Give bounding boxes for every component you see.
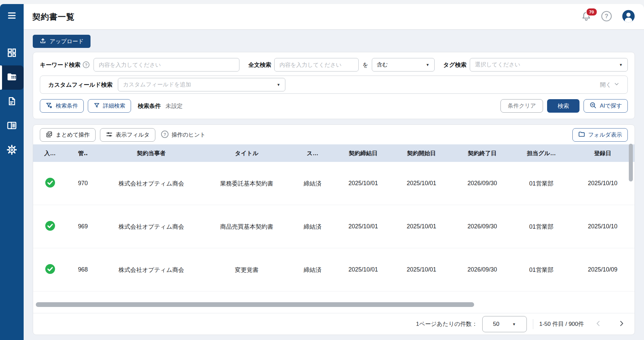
particle-label: を [362,61,368,69]
svg-text:?: ? [163,132,166,137]
keyword-search-input[interactable] [94,58,239,72]
notifications-button[interactable]: 70 [581,11,591,23]
bell-icon [581,17,591,23]
notification-count-badge: 70 [586,8,597,16]
next-page-button[interactable] [618,320,625,329]
funnel-gear-icon [46,102,53,110]
vertical-scrollbar-thumb[interactable] [629,144,633,181]
upload-icon [40,37,46,46]
operation-hint-link[interactable]: ? 操作のヒント [161,130,206,140]
per-page-select[interactable]: 50 ▼ [482,316,527,332]
table-header: 入… 管‥ 契約当事者 タイトル ス… 契約締結日 契約開始日 契約終了日 担当… [33,144,635,162]
divider [533,319,533,329]
column-header: 契約開始日 [391,149,452,157]
status-cell [33,177,67,190]
keyword-help-icon[interactable]: ? [83,61,89,68]
top-bar: 契約書一覧 70 ? [24,4,644,30]
previous-page-button[interactable] [595,320,602,329]
caret-down-icon: ▼ [277,83,280,87]
sidebar-item-menu[interactable] [0,10,24,22]
table-row[interactable]: 968 株式会社オプティム商会 変更覚書 締結済 2025/10/01 2025… [33,248,635,291]
dashboard-icon [7,48,17,59]
clear-conditions-button[interactable]: 条件クリア [500,99,543,113]
upload-button[interactable]: アップロード [33,35,91,48]
avatar [622,9,635,24]
table-row[interactable]: 970 株式会社オプティム商会 業務委託基本契約書 締結済 2025/10/01… [33,162,635,205]
sidebar-item-library[interactable] [0,114,24,138]
column-header: 登録日 [570,149,635,157]
conditions-value: 未設定 [165,102,183,110]
caret-down-icon: ▼ [619,63,623,67]
pagination-bar: 1ページあたりの件数： 50 ▼ 1-50 件目 / 900件 [33,313,635,335]
help-button[interactable]: ? [601,10,612,23]
expand-toggle[interactable]: 開く [600,81,619,89]
match-type-select[interactable]: 含む ▼ [372,58,435,72]
question-circle-icon: ? [601,10,612,23]
bulk-actions-button[interactable]: まとめて操作 [40,128,96,142]
checkbox-stack-icon [46,131,53,139]
sidebar-item-documents[interactable] [0,90,24,114]
tag-search-label: タグ検索 [443,61,467,69]
svg-text:AI: AI [591,104,594,106]
custom-field-label: カスタムフィールド検索 [48,81,112,89]
check-circle-icon [45,221,55,233]
page-title: 契約書一覧 [32,11,75,22]
sidebar-item-contracts[interactable] [0,65,24,90]
status-cell [33,221,67,233]
chevron-right-icon [618,320,625,329]
content-area: アップロード キーワード検索 ? 全文検索 を 含む ▼ タグ検索 選択してくだ… [24,30,644,340]
horizontal-scrollbar [36,302,632,307]
sidebar-nav [0,41,24,163]
gear-icon [7,145,17,156]
page-range: 1-50 件目 / 900件 [539,320,584,328]
account-button[interactable] [622,9,635,24]
folder-icon [578,131,585,139]
custom-field-select[interactable]: カスタムフィールドを追加 ▼ [118,78,285,91]
svg-text:?: ? [605,13,609,20]
ai-search-button[interactable]: AI AIで探す [584,99,628,113]
column-header: ス… [290,149,335,157]
document-icon [7,96,17,108]
caret-down-icon: ▼ [426,63,430,67]
search-button[interactable]: 検索 [547,99,579,113]
tag-search-select[interactable]: 選択してください ▼ [470,58,628,72]
column-header: タイトル [204,149,290,157]
keyword-search-label: キーワード検索 [40,61,80,69]
chevron-left-icon [595,320,602,329]
fulltext-search-label: 全文検索 [248,61,271,69]
column-header: 契約締結日 [335,149,391,157]
search-panel: キーワード検索 ? 全文検索 を 含む ▼ タグ検索 選択してください ▼ カス… [33,52,635,119]
question-circle-icon: ? [161,130,169,140]
chevron-down-icon [614,81,619,88]
book-icon [6,120,17,132]
sidebar-item-settings[interactable] [0,138,24,163]
custom-field-search-box: カスタムフィールド検索 カスタムフィールドを追加 ▼ 開く [40,76,628,94]
hamburger-icon [7,11,17,21]
ai-magnifier-icon: AI [589,102,597,110]
sidebar [0,4,24,340]
sidebar-item-dashboard[interactable] [0,41,24,65]
check-circle-icon [45,264,55,276]
search-conditions-button[interactable]: 検索条件 [40,99,84,113]
folder-grid-icon [6,72,17,84]
column-header: 契約終了日 [452,149,513,157]
column-header: 契約当事者 [99,149,204,157]
funnel-icon [94,102,100,110]
column-header: 入… [33,149,67,157]
status-cell [33,264,67,276]
folder-view-button[interactable]: フォルダ表示 [572,128,628,142]
per-page-label: 1ページあたりの件数： [416,320,478,328]
contract-list-panel: まとめて操作 表示フィルタ [33,124,635,335]
advanced-search-button[interactable]: 詳細検索 [88,99,131,113]
conditions-label: 検索条件 [138,102,161,110]
column-header: 担当グル… [513,149,570,157]
column-header: 管‥ [67,149,99,157]
sliders-icon [106,131,113,139]
caret-down-icon: ▼ [512,322,516,326]
fulltext-search-input[interactable] [274,58,359,72]
check-circle-icon [45,177,55,190]
table-row[interactable]: 969 株式会社オプティム商会 商品売買基本契約書 締結済 2025/10/01… [33,205,635,248]
horizontal-scrollbar-thumb[interactable] [36,302,474,307]
display-filter-button[interactable]: 表示フィルタ [100,128,156,142]
